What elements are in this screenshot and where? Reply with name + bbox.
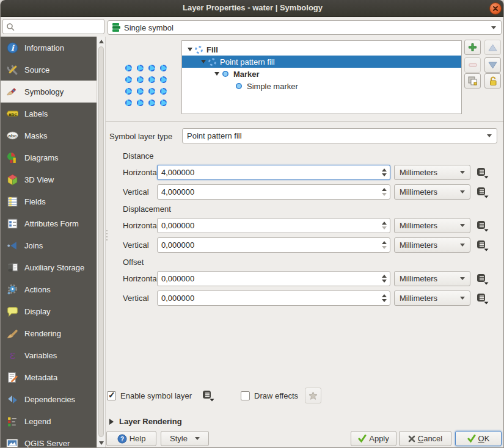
tree-row-fill[interactable]: Fill: [182, 43, 461, 56]
sidebar-item-symbology[interactable]: Symbology: [1, 81, 97, 103]
sidebar-item-legend[interactable]: Legend: [1, 410, 97, 432]
search-icon: [6, 23, 15, 31]
enable-symbol-layer-checkbox[interactable]: [107, 391, 116, 400]
remove-symbol-layer-button[interactable]: [464, 57, 481, 73]
sidebar-item-dependencies[interactable]: Dependencies: [1, 388, 97, 410]
distance-horizontal-unit-select[interactable]: Millimeters: [394, 165, 470, 180]
data-defined-override-icon[interactable]: [476, 186, 489, 198]
spinner-arrows[interactable]: [380, 185, 388, 199]
sidebar-item-auxiliary-storage[interactable]: Auxiliary Storage: [1, 256, 97, 278]
help-icon: ?: [117, 434, 127, 444]
displacement-horizontal-unit-select[interactable]: Millimeters: [394, 218, 470, 233]
sidebar-item-diagrams[interactable]: Diagrams: [1, 146, 97, 168]
symbol-layer-type-select[interactable]: Point pattern fill: [182, 128, 497, 143]
style-button[interactable]: Style: [161, 431, 209, 446]
sidebar-item-metadata[interactable]: Metadata: [1, 366, 97, 388]
spinner-arrows[interactable]: [380, 272, 388, 286]
sidebar-scrollbar[interactable]: [97, 37, 106, 448]
offset-vertical-input[interactable]: [158, 294, 390, 303]
distance-vertical-spinbox[interactable]: [157, 184, 390, 200]
sidebar: i Information Source Symbology abc Label…: [1, 37, 97, 448]
close-button[interactable]: [489, 2, 502, 15]
move-down-button[interactable]: [484, 57, 501, 73]
point-pattern-fill-icon: [207, 57, 217, 67]
sidebar-item-variables[interactable]: ε Variables: [1, 344, 97, 366]
spinner-arrows[interactable]: [380, 219, 388, 233]
data-defined-override-icon[interactable]: [202, 389, 215, 402]
splitter-handle[interactable]: [106, 228, 108, 242]
offset-horizontal-unit-select[interactable]: Millimeters: [394, 271, 470, 286]
cancel-button[interactable]: Cancel: [399, 431, 451, 446]
distance-vertical-unit-select[interactable]: Millimeters: [394, 184, 470, 200]
distance-group-label: Distance: [123, 151, 154, 161]
scroll-up-icon[interactable]: [99, 40, 104, 43]
search-input[interactable]: [15, 22, 104, 31]
expander-icon[interactable]: [186, 48, 194, 51]
lock-colors-button[interactable]: [484, 73, 501, 89]
diagrams-icon: [5, 151, 20, 164]
ok-button[interactable]: OK: [455, 431, 502, 446]
metadata-icon: [5, 371, 20, 383]
data-defined-override-icon[interactable]: [476, 167, 489, 179]
displacement-horizontal-spinbox[interactable]: [157, 218, 390, 233]
draw-effects-checkbox[interactable]: [241, 391, 250, 400]
sidebar-item-actions[interactable]: Actions: [1, 278, 97, 300]
data-defined-override-icon[interactable]: [476, 273, 489, 285]
sidebar-item-joins[interactable]: Joins: [1, 234, 97, 256]
scrollbar-thumb[interactable]: [98, 46, 104, 437]
sidebar-item-masks[interactable]: abc Masks: [1, 125, 97, 146]
layer-rendering-group[interactable]: Layer Rendering: [109, 417, 182, 426]
displacement-vertical-unit-select[interactable]: Millimeters: [394, 237, 470, 253]
distance-horizontal-spinbox[interactable]: [157, 165, 390, 180]
sidebar-item-labels[interactable]: abc Labels: [1, 103, 97, 125]
dependencies-icon: [5, 393, 20, 405]
apply-button[interactable]: Apply: [351, 431, 396, 446]
chevron-down-icon: [460, 277, 465, 280]
duplicate-symbol-layer-button[interactable]: [464, 73, 481, 89]
offset-horizontal-input[interactable]: [158, 274, 390, 283]
data-defined-override-icon[interactable]: [476, 239, 489, 251]
search-input-wrap[interactable]: [2, 19, 104, 34]
help-button[interactable]: ? Help: [106, 431, 156, 446]
spinner-arrows[interactable]: [380, 238, 388, 252]
sidebar-item-fields[interactable]: Fields: [1, 190, 97, 212]
titlebar[interactable]: Layer Properties - water | Symbology: [1, 0, 504, 17]
displacement-horizontal-input[interactable]: [158, 221, 390, 230]
chevron-down-icon: [460, 297, 465, 300]
sidebar-item-source[interactable]: Source: [1, 59, 97, 81]
data-defined-override-icon[interactable]: [476, 292, 489, 305]
displacement-group-label: Displacement: [123, 204, 171, 214]
expander-icon[interactable]: [199, 60, 207, 63]
single-symbol-icon: [112, 23, 121, 32]
scroll-down-icon[interactable]: [99, 441, 104, 445]
sidebar-item-qgis-server[interactable]: QGIS Server: [1, 432, 97, 448]
tree-row-simple-marker[interactable]: Simple marker: [182, 80, 461, 92]
symbol-layer-type-label: Symbol layer type: [109, 132, 172, 141]
tree-row-point-pattern-fill[interactable]: Point pattern fill: [182, 56, 461, 68]
sidebar-item-information[interactable]: i Information: [1, 37, 97, 59]
offset-vertical-unit-select[interactable]: Millimeters: [394, 291, 470, 306]
displacement-vertical-input[interactable]: [158, 240, 390, 250]
offset-vertical-row: Vertical Millimeters: [123, 291, 489, 306]
sidebar-item-display[interactable]: Display: [1, 300, 97, 322]
data-defined-override-icon[interactable]: [476, 220, 489, 232]
spinner-arrows[interactable]: [380, 165, 388, 179]
offset-horizontal-spinbox[interactable]: [157, 271, 390, 286]
sidebar-item-rendering[interactable]: Rendering: [1, 322, 97, 344]
symbol-layer-footer: Enable symbol layer Draw effects: [107, 389, 321, 402]
fill-layer-icon: [194, 45, 203, 54]
sidebar-item-attributes-form[interactable]: Attributes Form: [1, 212, 97, 234]
offset-vertical-spinbox[interactable]: [157, 291, 390, 306]
add-symbol-layer-button[interactable]: [464, 40, 481, 55]
tree-row-marker[interactable]: Marker: [182, 68, 461, 80]
spinner-arrows[interactable]: [380, 291, 388, 305]
distance-horizontal-input[interactable]: [158, 168, 390, 177]
move-up-button[interactable]: [484, 40, 501, 55]
renderer-select[interactable]: Single symbol: [108, 20, 502, 35]
display-icon: [5, 305, 20, 317]
customize-effects-button[interactable]: [305, 388, 321, 403]
sidebar-item-3d-view[interactable]: 3D View: [1, 168, 97, 190]
distance-vertical-input[interactable]: [158, 187, 390, 197]
displacement-vertical-spinbox[interactable]: [157, 237, 390, 253]
expander-icon[interactable]: [213, 72, 221, 76]
